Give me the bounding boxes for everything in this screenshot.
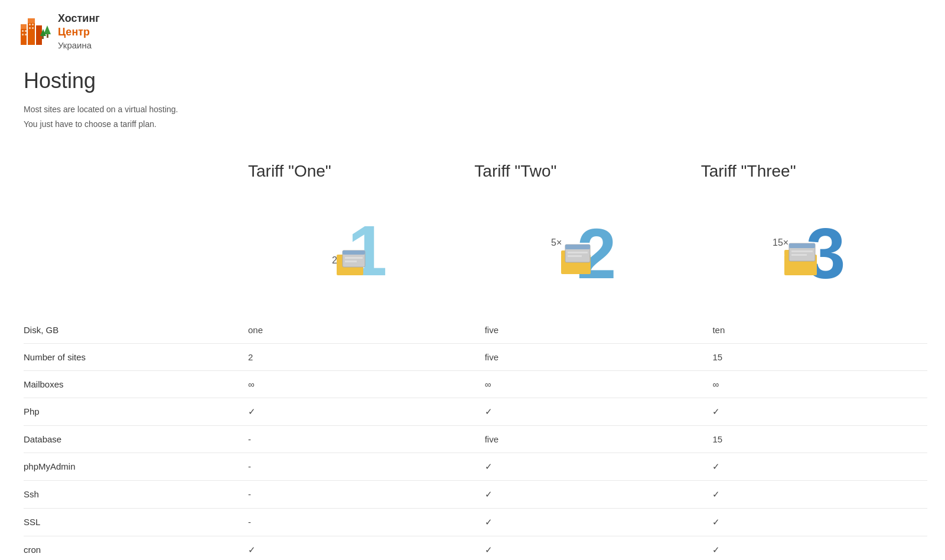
feature-value-2: ∞	[712, 370, 927, 398]
feature-value-1: five	[485, 317, 713, 344]
feature-label: Mailboxes	[24, 370, 248, 398]
page-wrapper: Хостинг Центр Украина Hosting Most sites…	[0, 0, 945, 560]
logo-line1: Хостинг	[58, 12, 100, 25]
svg-rect-5	[22, 30, 24, 32]
feature-value-2: ✓	[712, 536, 927, 560]
feature-value-2: 15	[712, 425, 927, 452]
svg-rect-40	[791, 254, 807, 256]
tariff-two-svg: 2 5×	[540, 198, 635, 293]
feature-value-2: 15	[712, 343, 927, 370]
page-title: Hosting	[24, 63, 927, 93]
feature-label: Database	[24, 425, 248, 452]
feature-value-0: -	[248, 425, 485, 452]
logo-text: Хостинг Центр Украина	[58, 12, 100, 51]
svg-rect-1	[21, 24, 27, 29]
intro-text: Most sites are located on a virtual host…	[24, 102, 927, 132]
svg-text:15×: 15×	[773, 237, 788, 248]
feature-value-1: ✓	[485, 480, 713, 508]
table-row: Number of sites2five15	[24, 343, 927, 370]
feature-label: SSL	[24, 508, 248, 536]
intro-line2: You just have to choose a tariff plan.	[24, 117, 927, 132]
tariff-image-one: 1 2×	[248, 193, 474, 299]
table-row: Disk, GBonefiveten	[24, 317, 927, 344]
intro-line1: Most sites are located on a virtual host…	[24, 102, 927, 117]
feature-value-0: one	[248, 317, 485, 344]
tariff-header-two: Tariff "Two"	[474, 156, 700, 193]
feature-value-0: 2	[248, 343, 485, 370]
table-row: Php✓✓✓	[24, 398, 927, 425]
table-row: phpMyAdmin-✓✓	[24, 452, 927, 480]
feature-value-1: ✓	[485, 398, 713, 425]
svg-rect-22	[343, 250, 365, 255]
tariff-label-empty	[24, 156, 248, 193]
tariff-image-two: 2 5×	[474, 193, 700, 299]
svg-rect-24	[345, 261, 357, 262]
feature-value-1: ✓	[485, 536, 713, 560]
svg-rect-14	[47, 34, 48, 38]
logo: Хостинг Центр Украина	[18, 12, 100, 51]
tariff-name-two: Tariff "Two"	[474, 162, 556, 180]
feature-value-0: ∞	[248, 370, 485, 398]
svg-rect-8	[25, 34, 27, 35]
feature-value-1: ✓	[485, 452, 713, 480]
svg-rect-32	[568, 255, 582, 257]
feature-label: phpMyAdmin	[24, 452, 248, 480]
feature-value-0: -	[248, 480, 485, 508]
table-row: cron✓✓✓	[24, 536, 927, 560]
logo-icon	[18, 14, 53, 49]
svg-text:5×: 5×	[551, 237, 562, 248]
tariff-image-three: 3 15×	[701, 193, 927, 299]
svg-rect-6	[25, 30, 27, 32]
feature-value-0: -	[248, 452, 485, 480]
logo-line2: Центр	[58, 25, 100, 39]
table-row: SSL-✓✓	[24, 508, 927, 536]
table-row: Ssh-✓✓	[24, 480, 927, 508]
tariff-three-svg: 3 15×	[767, 198, 861, 293]
svg-rect-7	[22, 34, 24, 35]
svg-rect-31	[568, 252, 588, 253]
tariff-image-empty	[24, 193, 248, 299]
feature-value-0: ✓	[248, 536, 485, 560]
feature-value-1: five	[485, 425, 713, 452]
feature-value-1: ∞	[485, 370, 713, 398]
svg-rect-16	[42, 36, 44, 39]
svg-rect-11	[29, 27, 31, 29]
feature-value-2: ✓	[712, 452, 927, 480]
svg-rect-23	[345, 257, 363, 259]
feature-value-1: ✓	[485, 508, 713, 536]
svg-rect-2	[28, 22, 35, 45]
table-row: Mailboxes∞∞∞	[24, 370, 927, 398]
feature-value-2: ✓	[712, 508, 927, 536]
svg-rect-38	[789, 243, 815, 248]
feature-label: Php	[24, 398, 248, 425]
main-content: Hosting Most sites are located on a virt…	[18, 63, 927, 560]
header: Хостинг Центр Украина	[18, 12, 927, 51]
tariff-name-one: Tariff "One"	[248, 162, 331, 180]
svg-rect-39	[791, 250, 813, 252]
svg-rect-3	[28, 18, 35, 23]
feature-value-0: ✓	[248, 398, 485, 425]
tariff-images: 1 2× 2 5×	[24, 193, 927, 299]
svg-rect-12	[32, 27, 34, 29]
tariff-one-svg: 1 2×	[314, 198, 409, 293]
table-row: Database-five15	[24, 425, 927, 452]
feature-value-2: ten	[712, 317, 927, 344]
feature-label: Ssh	[24, 480, 248, 508]
feature-value-2: ✓	[712, 398, 927, 425]
feature-value-1: five	[485, 343, 713, 370]
feature-value-0: -	[248, 508, 485, 536]
svg-rect-30	[565, 245, 590, 249]
logo-line3: Украина	[58, 40, 100, 51]
tariff-name-three: Tariff "Three"	[701, 162, 796, 180]
feature-label: Disk, GB	[24, 317, 248, 344]
tariff-headers: Tariff "One" Tariff "Two" Tariff "Three"	[24, 156, 927, 193]
tariff-header-three: Tariff "Three"	[701, 156, 927, 193]
feature-label: Number of sites	[24, 343, 248, 370]
svg-rect-10	[32, 24, 34, 25]
comparison-table: Disk, GBonefivetenNumber of sites2five15…	[24, 317, 927, 560]
tariff-header-one: Tariff "One"	[248, 156, 474, 193]
svg-rect-9	[29, 24, 31, 25]
feature-label: cron	[24, 536, 248, 560]
feature-value-2: ✓	[712, 480, 927, 508]
